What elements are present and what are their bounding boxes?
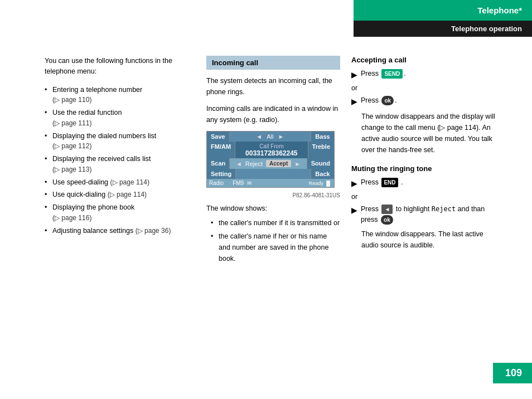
press-left-text: Press ◄ to highlight Reject and than pre… — [361, 204, 496, 225]
page-number: 109 — [493, 363, 532, 383]
accepting-title: Accepting a call — [351, 56, 496, 64]
ready-indicator: Ready ▐▌ — [309, 181, 332, 186]
call-info-area: Call From 00331728362245 — [235, 142, 308, 158]
page-ref: (▷ page 113) — [52, 166, 91, 173]
page-ref: (▷ page 36) — [136, 227, 171, 235]
list-item-text: Adjusting balance settings — [52, 227, 133, 235]
right-arrow-icon: ► — [278, 133, 284, 140]
reject-arrow-icon: ◄ — [236, 160, 242, 167]
list-item: Use the redial function (▷ page 111) — [45, 108, 195, 129]
display-caption: P82.86-4081-31US — [206, 192, 340, 198]
all-label-area: ◄ All ► — [230, 132, 311, 142]
press-end-text: Press END . — [361, 177, 403, 188]
send-key-badge: SEND — [381, 69, 403, 79]
page-ref: (▷ page 114) — [110, 178, 149, 186]
display-status-row: Radio FM9 ✉ Ready ▐▌ — [207, 179, 334, 187]
bass-display-btn: Bass — [311, 132, 334, 142]
incoming-call-para1: The system detects an incoming call, the… — [206, 75, 340, 98]
window-shows-list: the caller's number if it is transmitted… — [211, 217, 340, 264]
left-arrow-key-badge: ◄ — [381, 205, 393, 214]
reject-accept-area: ◄ Reject Accept ► — [230, 158, 306, 169]
list-item: Displaying the phone book (▷ page 116) — [45, 202, 195, 223]
radio-display: Save ◄ All ► Bass FM/AM Call From 003317… — [206, 131, 335, 188]
or-text-1: or — [351, 84, 496, 92]
list-item-text: Use speed-dialing — [52, 178, 108, 186]
window-shows-item-2: the caller's name if her or his name and… — [211, 231, 340, 264]
list-item: Adjusting balance settings (▷ page 36) — [45, 226, 195, 236]
page-ref: (▷ page 114) — [108, 191, 147, 198]
ok-key-badge-2: ok — [381, 215, 393, 225]
display-row-2: FM/AM Call From 00331728362245 Treble — [207, 142, 334, 158]
page-ref: (▷ page 111) — [52, 119, 91, 127]
left-column: You can use the following functions in t… — [45, 56, 206, 388]
display-row-3: Scan ◄ Reject Accept ► Sound — [207, 158, 334, 169]
page-ref: (▷ page 112) — [52, 142, 91, 150]
back-display-btn: Back — [311, 169, 334, 179]
accept-label: Accept — [266, 160, 291, 167]
arrow-icon-2: ▶ — [351, 96, 357, 108]
incoming-call-heading: Incoming call — [206, 56, 340, 70]
call-from-label: Call From — [235, 143, 308, 149]
scan-display-btn: Scan — [207, 158, 230, 169]
muting-body-text: The window disappears. The last active a… — [361, 228, 496, 251]
list-item: Use quick-dialing (▷ page 114) — [45, 189, 195, 200]
list-item-text: Displaying the dialed numbers list — [52, 132, 156, 140]
reject-code: Reject — [432, 205, 456, 213]
press-send-text: Press SEND. — [361, 69, 406, 79]
or-text-2: or — [351, 193, 496, 201]
arrow-icon-3: ▶ — [351, 178, 357, 189]
list-item: Entering a telephone number (▷ page 110) — [45, 85, 195, 106]
list-item-text: Use quick-dialing — [52, 191, 105, 198]
display-row-4: Setting Back — [207, 169, 334, 179]
right-column: Accepting a call ▶ Press SEND. or ▶ Pres… — [351, 56, 496, 388]
call-number: 00331728362245 — [235, 149, 308, 157]
list-item-text: Entering a telephone number — [52, 86, 142, 94]
setting-display-btn: Setting — [207, 169, 236, 179]
press-end-item: ▶ Press END . — [351, 177, 496, 189]
page-ref: (▷ page 116) — [52, 214, 91, 222]
accept-arrow-icon: ► — [294, 160, 301, 167]
list-item-text: Displaying the received calls list — [52, 155, 151, 163]
incoming-call-para2: Incoming calls are indicated in a window… — [206, 103, 340, 125]
intro-text: You can use the following functions in t… — [45, 56, 195, 77]
list-item-text: Use the redial function — [52, 109, 122, 116]
main-content: You can use the following functions in t… — [0, 45, 532, 399]
features-list: Entering a telephone number (▷ page 110)… — [45, 85, 195, 236]
window-shows-text: The window shows: — [206, 203, 340, 214]
accepting-body-text: The window disappears and the display wi… — [361, 111, 496, 155]
reject-label: Reject — [245, 160, 263, 167]
press-left-item: ▶ Press ◄ to highlight Reject and than p… — [351, 204, 496, 225]
press-ok-item: ▶ Press ok. — [351, 95, 496, 108]
list-item: Displaying the received calls list (▷ pa… — [45, 154, 195, 175]
all-label: All — [267, 133, 273, 140]
press-ok-text: Press ok. — [361, 95, 397, 106]
window-shows-item-1: the caller's number if it is transmitted… — [211, 217, 340, 228]
sound-display-btn: Sound — [307, 158, 334, 169]
list-item: Displaying the dialed numbers list (▷ pa… — [45, 131, 195, 152]
section-title: Telephone operation — [354, 21, 532, 37]
radio-source-label: Radio — [209, 180, 224, 186]
header-right: Telephone* Telephone operation — [354, 0, 532, 37]
save-display-btn: Save — [207, 132, 230, 142]
arrow-icon-4: ▶ — [351, 205, 357, 216]
ok-key-badge: ok — [381, 96, 394, 105]
fm9-label: FM9 — [233, 180, 244, 186]
list-item: Use speed-dialing (▷ page 114) — [45, 177, 195, 188]
display-row-1: Save ◄ All ► Bass — [207, 132, 334, 142]
treble-display-btn: Treble — [308, 142, 334, 158]
end-key-badge: END — [381, 178, 398, 187]
fmam-display-btn: FM/AM — [207, 142, 235, 158]
arrow-icon-1: ▶ — [351, 69, 357, 81]
page-ref: (▷ page 110) — [52, 96, 91, 104]
list-item-text: Displaying the phone book — [52, 203, 134, 211]
chapter-title: Telephone* — [354, 0, 532, 21]
left-arrow-icon: ◄ — [256, 133, 262, 140]
mail-icon: ✉ — [247, 180, 252, 186]
middle-column: Incoming call The system detects an inco… — [206, 56, 351, 388]
press-send-item: ▶ Press SEND. — [351, 69, 496, 81]
muting-title: Muting the ringing tone — [351, 164, 496, 173]
